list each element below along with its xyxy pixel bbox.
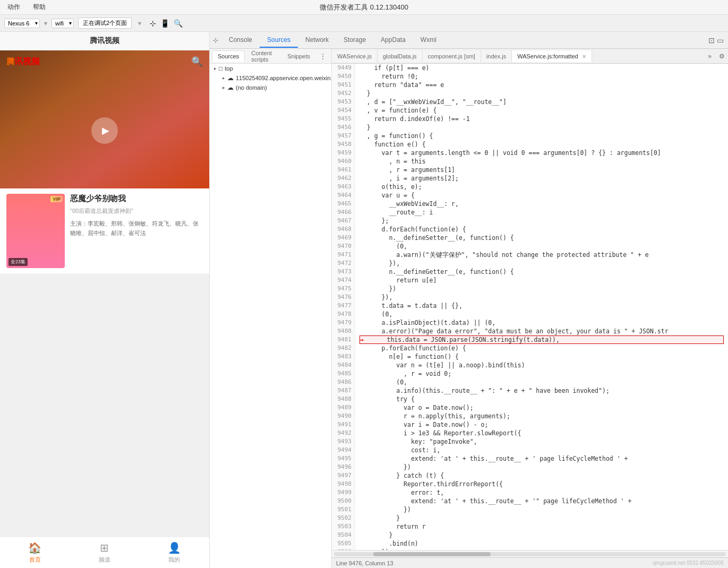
tree-item-appservice[interactable]: ▸ ☁ 1150254092.appservice.open.weixin.qq… (210, 73, 331, 83)
code-line: extend: 'at ' + this.__route__ + ' page … (359, 454, 724, 463)
line-number: 9479 (335, 319, 352, 327)
debug-status-btn[interactable]: 正在调试2个页面 (78, 18, 132, 29)
device-select[interactable]: Nexus 6 (4, 19, 40, 28)
code-tab-waservice-formatted[interactable]: WAService.js:formatted ✕ (512, 50, 592, 62)
main-area: 腾讯视频 腾讯视频 🔍 (0, 32, 728, 568)
devtools-top-tabs: ⊹ Console Sources Network Storage AppDat… (210, 32, 728, 49)
line-number: 9457 (335, 132, 352, 140)
channels-icon: ⊞ (100, 541, 109, 554)
code-tab-index[interactable]: index.js (481, 50, 512, 62)
sources-panel: Sources Content scripts Snippets ⋮ ▸ □ t… (210, 49, 728, 568)
line-number: 9466 (335, 208, 352, 217)
nav-item-channels[interactable]: ⊞ 频道 (70, 537, 139, 568)
line-number: 9459 (335, 149, 352, 157)
line-number: 9500 (335, 497, 352, 505)
code-tab-more-icon[interactable]: » (704, 50, 716, 63)
code-line: , g = function() { (359, 132, 724, 140)
line-number: 9489 (335, 403, 352, 412)
code-line: .bind(n) (359, 539, 724, 548)
network-select[interactable]: wifi (52, 19, 74, 28)
network-select-wrapper[interactable]: wifi (52, 19, 74, 28)
video-hero-overlay: 腾讯视频 🔍 (0, 50, 209, 188)
tab-wxml[interactable]: Wxml (413, 33, 444, 48)
scrollbar-thumb[interactable] (373, 552, 491, 556)
scrollbar-track[interactable] (334, 552, 726, 556)
code-line: return u[e] (359, 276, 724, 285)
code-line: cost: i, (359, 446, 724, 454)
status-text: Line 9476, Column 13 (336, 560, 393, 566)
file-tab-sources[interactable]: Sources (212, 50, 245, 62)
code-tab-waservice[interactable]: WAService.js (332, 50, 378, 62)
code-line: } (359, 514, 724, 522)
line-number: 9495 (335, 454, 352, 463)
line-number: 9458 (335, 140, 352, 149)
code-panel-settings-icon[interactable]: ⚙ (716, 50, 728, 63)
line-number: 9505 (335, 539, 352, 548)
code-line: , v = function(e) { (359, 106, 724, 115)
tab-appdata[interactable]: AppData (373, 33, 413, 48)
cursor-icon: ⊹ (150, 19, 156, 28)
tree-item-no-domain[interactable]: ▸ ☁ (no domain) (210, 83, 331, 92)
app-title: 微信开发者工具 0.12.130400 (320, 3, 408, 12)
search-icon[interactable]: 🔍 (191, 56, 203, 67)
file-tab-snippets[interactable]: Snippets (282, 51, 315, 62)
line-number: 9493 (335, 437, 352, 446)
code-line: var i = Date.now() - o; (359, 420, 724, 429)
line-number: 9461 (335, 166, 352, 174)
code-line: a.isPlainObject)(t.data) || (0, (359, 319, 724, 327)
code-line: t.data = t.data || {}, (359, 302, 724, 310)
line-number: 9464 (335, 191, 352, 200)
code-tab-component[interactable]: component.js [sm] (423, 50, 481, 62)
nav-label-channels: 频道 (99, 556, 110, 564)
line-number: 9460 (335, 157, 352, 166)
nav-item-home[interactable]: 🏠 首页 (0, 537, 70, 568)
home-icon: 🏠 (28, 541, 41, 554)
tab-console[interactable]: Console (221, 33, 260, 48)
status-bar: Line 9476, Column 13 qingruanit.net 0532… (332, 557, 728, 568)
devtools-dock-icon[interactable]: ▭ (717, 36, 724, 45)
code-line: n.__defineSetter__(e, function() { (359, 234, 724, 242)
code-content[interactable]: if (p[t] === e) return !0; return "data"… (355, 64, 728, 550)
file-tab-content-scripts[interactable]: Content scripts (246, 49, 281, 65)
code-line: } (359, 531, 724, 539)
code-line: a.info)(this.__route__ + ": " + e + " ha… (359, 386, 724, 395)
device-select-wrapper[interactable]: Nexus 6 (4, 19, 40, 28)
tree-item-top[interactable]: ▸ □ top (210, 64, 331, 73)
line-number: 9502 (335, 514, 352, 522)
devtools-cursor-icon[interactable]: ⊹ (210, 35, 221, 46)
video-title: 恶魔少爷别吻我 (70, 194, 203, 204)
zoom-icon: 🔍 (174, 19, 183, 28)
phone-icon: 📱 (160, 19, 169, 28)
menu-item-help[interactable]: 帮助 (30, 2, 49, 13)
menu-item-action[interactable]: 动作 (4, 2, 23, 13)
play-button[interactable] (91, 117, 118, 144)
code-line: a.warn)("关键字保护", "should not change the … (359, 251, 724, 259)
tab-sources[interactable]: Sources (260, 33, 298, 48)
nav-item-profile[interactable]: 👤 我的 (140, 537, 209, 568)
line-number: 9482 (335, 344, 352, 352)
bottom-scrollbar[interactable] (332, 550, 728, 557)
video-thumb-bg (6, 194, 65, 268)
tree-arrow-appservice: ▸ (222, 75, 225, 81)
code-tab-label-formatted: WAService.js:formatted (517, 53, 578, 59)
line-number: 9449 (335, 64, 352, 72)
devtools-expand-icon[interactable]: ⊡ (708, 36, 715, 45)
code-line: }) (359, 463, 724, 471)
cloud-icon: ☁ (227, 74, 234, 82)
line-number: 9484 (335, 361, 352, 369)
video-play-area[interactable] (0, 73, 209, 188)
video-thumbnail[interactable]: VIP 全23集 (6, 194, 65, 268)
line-number: 9467 (335, 217, 352, 225)
file-tab-more-icon[interactable]: ⋮ (316, 53, 329, 60)
line-number: 9451 (335, 81, 352, 89)
episode-badge: 全23集 (8, 258, 28, 266)
nav-label-home: 首页 (29, 556, 41, 564)
code-tab-globaldata[interactable]: globalData.js (378, 50, 423, 62)
tab-storage[interactable]: Storage (336, 33, 373, 48)
app-screen: 腾讯视频 🔍 VIP 全23集 (0, 50, 209, 568)
tab-network[interactable]: Network (298, 33, 336, 48)
code-line: o(this, e); (359, 183, 724, 191)
code-line: return "data" === e (359, 81, 724, 89)
code-tab-close-icon[interactable]: ✕ (582, 54, 586, 59)
video-hero: 腾讯视频 🔍 (0, 50, 209, 188)
